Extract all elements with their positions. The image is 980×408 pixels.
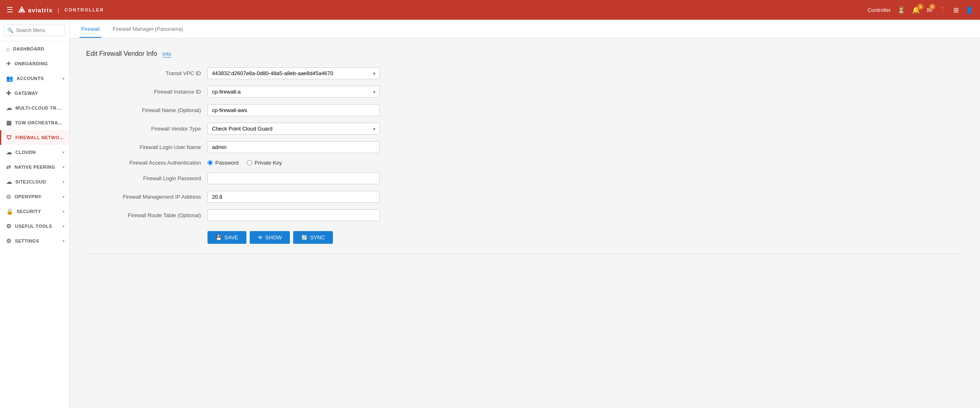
firewall-vendor-control: Check Point Cloud Guard Palo Alto Fortin… [207,123,380,135]
firewall-instance-id-row: Firewall Instance ID cp-firewall-a [86,86,455,98]
login-username-input[interactable] [207,141,380,153]
page-divider [86,254,964,254]
controller-name-label: Controller [868,7,891,13]
tab-firewall-manager[interactable]: Firewall Manager (Panorama) [111,21,185,38]
controller-label-logo: Controller [64,7,104,12]
sidebar-item-label: Gateway [15,91,38,96]
login-username-row: Firewall Login User Name [86,141,455,153]
chevron-down-icon: ▾ [62,76,65,81]
sidebar-item-label: Dashboard [13,46,44,51]
tab-firewall[interactable]: Firewall [80,21,101,38]
firewall-name-label: Firewall Name (Optional) [86,107,201,113]
aviatrix-logo-icon [18,6,25,14]
form-section: Transit VPC ID 443832:d2607e8a-0d80-48a5… [86,67,455,244]
gateway-nav-icon: ✚ [6,90,11,96]
sidebar-item-label: Security [17,209,41,214]
transit-vpc-id-select[interactable]: 443832:d2607e8a-0d80-48a5-a8eb-aae8d45a4… [207,67,380,79]
route-table-row: Firewall Route Table (Optional) [86,209,455,221]
sidebar-item-native-peering[interactable]: ⇄ Native Peering ▾ [0,160,69,174]
sidebar-item-security[interactable]: 🔒 Security ▾ [0,204,69,219]
dashboard-nav-icon: ⌂ [6,46,10,52]
auth-privatekey-label: Private Key [255,160,282,166]
native-peering-nav-icon: ⇄ [6,164,11,170]
sidebar-item-dashboard[interactable]: ⌂ Dashboard [0,41,69,56]
sync-button[interactable]: 🔄 SYNC [293,231,333,244]
sidebar-item-label: Accounts [17,76,44,81]
openvpn-nav-icon: ⊙ [6,193,11,200]
chevron-down-icon: ▾ [62,209,65,214]
route-table-input[interactable] [207,209,380,221]
sidebar-item-label: TGW Orchestrato… [15,120,65,125]
mgmt-ip-label: Firewall Management IP Address [86,194,201,200]
auth-control: Password Private Key [207,160,380,166]
sidebar-item-firewall[interactable]: 🛡 Firewall Networ… [0,130,69,145]
firewall-instance-id-control: cp-firewall-a [207,86,380,98]
firewall-vendor-select[interactable]: Check Point Cloud Guard Palo Alto Fortin… [207,123,380,135]
sidebar-item-cloudn[interactable]: ☁ CloudN ▾ [0,145,69,160]
auth-label: Firewall Access Authentication [86,160,201,166]
sidebar-item-label: Onboarding [15,61,48,66]
mgmt-ip-input[interactable] [207,191,380,203]
search-icon: 🔍 [7,28,14,33]
transit-vpc-id-control: 443832:d2607e8a-0d80-48a5-a8eb-aae8d45a4… [207,67,380,79]
sidebar-item-gateway[interactable]: ✚ Gateway [0,86,69,101]
grid-icon[interactable]: ⊞ [953,6,959,14]
accounts-nav-icon: 👥 [6,75,14,82]
firewall-instance-id-label: Firewall Instance ID [86,89,201,95]
transit-vpc-id-label: Transit VPC ID [86,70,201,76]
sidebar-item-site2cloud[interactable]: ☁ Site2Cloud ▾ [0,174,69,189]
timer-icon[interactable]: ⏳ [897,6,905,14]
sidebar-item-label: Site2Cloud [16,179,46,184]
auth-password-label: Password [215,160,239,166]
notification-badge-1: 1 [917,4,923,10]
sidebar-item-label: Firewall Networ… [16,135,65,140]
sidebar-item-useful-tools[interactable]: ⚙ Useful Tools ▾ [0,219,69,234]
help-icon[interactable]: ❓ [939,6,947,14]
info-link[interactable]: Info [162,51,171,57]
sidebar-item-openvpn[interactable]: ⊙ OpenVPN® ▾ [0,189,69,204]
firewall-name-row: Firewall Name (Optional) [86,104,455,116]
hamburger-menu[interactable]: ☰ [7,5,13,14]
button-row: 💾 SAVE 👁 SHOW 🔄 SYNC [86,231,455,244]
save-button[interactable]: 💾 SAVE [207,231,246,244]
chevron-down-icon: ▾ [62,150,65,155]
tab-bar: Firewall Firewall Manager (Panorama) [70,20,980,39]
logo: aviatrix | Controller [18,6,104,14]
cloudn-nav-icon: ☁ [6,149,12,156]
settings-nav-icon: ⚙ [6,238,12,244]
chevron-down-icon: ▾ [62,165,65,170]
login-password-label: Firewall Login Password [86,175,201,181]
sidebar-item-label: Multi-Cloud Tran… [16,105,65,110]
sync-label: SYNC [310,234,325,241]
auth-password-radio[interactable] [207,160,213,165]
firewall-nav-icon: 🛡 [6,134,12,141]
chevron-down-icon: ▾ [62,239,65,243]
sidebar-item-tgw[interactable]: ▦ TGW Orchestrato… [0,115,69,130]
show-button[interactable]: 👁 SHOW [250,231,290,244]
show-icon: 👁 [258,235,263,241]
sidebar-item-multi-cloud[interactable]: ☁ Multi-Cloud Tran… [0,101,69,115]
auth-row: Firewall Access Authentication Password … [86,160,455,166]
auth-password-option[interactable]: Password [207,160,239,166]
page-title: Edit Firewall Vendor Info Info [86,50,964,57]
sidebar-item-accounts[interactable]: 👥 Accounts ▾ [0,71,69,86]
login-password-input[interactable] [207,172,380,184]
firewall-instance-id-select[interactable]: cp-firewall-a [207,86,380,98]
main-content: Firewall Firewall Manager (Panorama) Edi… [70,20,980,408]
messages-icon[interactable]: ✉ 2 [927,6,932,14]
transit-vpc-id-row: Transit VPC ID 443832:d2607e8a-0d80-48a5… [86,67,455,79]
site2cloud-nav-icon: ☁ [6,179,12,185]
route-table-control [207,209,380,221]
mgmt-ip-row: Firewall Management IP Address [86,191,455,203]
sidebar-item-settings[interactable]: ⚙ Settings ▾ [0,234,69,248]
tgw-nav-icon: ▦ [6,119,12,126]
firewall-name-input[interactable] [207,104,380,116]
sidebar-item-onboarding[interactable]: ✈ Onboarding [0,56,69,71]
sidebar-item-label: Useful Tools [15,224,52,229]
firewall-vendor-row: Firewall Vendor Type Check Point Cloud G… [86,123,455,135]
auth-privatekey-radio[interactable] [247,160,252,165]
notifications-bell-icon[interactable]: 🔔 1 [912,6,920,14]
user-icon[interactable]: 👤 [965,6,973,14]
chevron-down-icon: ▾ [62,195,65,199]
auth-privatekey-option[interactable]: Private Key [247,160,282,166]
